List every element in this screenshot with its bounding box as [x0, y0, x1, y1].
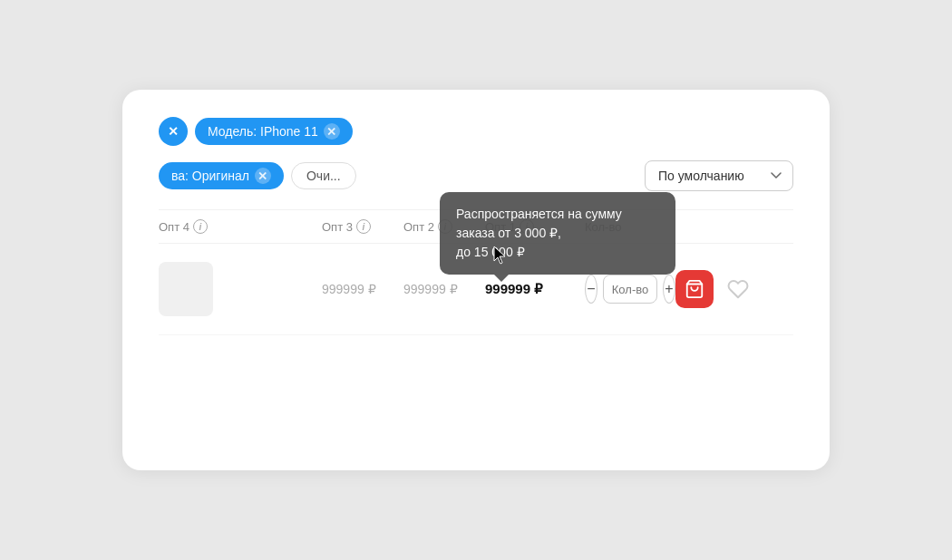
filter-tag-model-close[interactable]: ✕ [324, 123, 340, 140]
qty-plus-button[interactable]: + [663, 275, 675, 304]
quantity-controls: − + [585, 275, 675, 304]
col-opt4-label: Опт 4 [159, 220, 189, 234]
product-row: 999999 ₽ 999999 ₽ 999999 ₽ − + [159, 244, 793, 335]
price-opt3: 999999 ₽ [403, 282, 485, 296]
close-button-1[interactable]: ✕ [159, 117, 188, 146]
wishlist-button[interactable] [719, 270, 757, 308]
opt4-info-icon[interactable]: i [193, 219, 208, 234]
main-card: ✕ Модель: IPhone 11 ✕ ва: Оригинал ✕ Очи… [122, 90, 830, 470]
col-qty-label: Кол-во [585, 220, 621, 234]
col-opt3-label: Опт 3 [322, 220, 353, 234]
opt3-info-icon[interactable]: i [356, 219, 371, 234]
col-header-opt3: Опт 3 i [322, 219, 403, 234]
opt2-info-icon[interactable]: i [438, 219, 452, 234]
card-content: ✕ Модель: IPhone 11 ✕ ва: Оригинал ✕ Очи… [122, 90, 830, 362]
col-opt1-label: Опт 1 [485, 220, 516, 234]
col-header-opt4: Опт 4 i [159, 219, 322, 234]
filter-tag-original[interactable]: ва: Оригинал ✕ [159, 162, 284, 189]
col-opt2-label: Опт 2 [403, 220, 434, 234]
qty-input[interactable] [603, 275, 657, 304]
product-thumbnail [159, 262, 213, 316]
qty-minus-button[interactable]: − [585, 275, 597, 304]
col-header-opt1: Опт 1 i [485, 219, 585, 234]
price-opt4: 999999 ₽ [322, 282, 403, 296]
price-opt1-bold: 999999 ₽ [485, 281, 585, 297]
filter-row-2: ва: Оригинал ✕ Очи... По умолчаниюПо цен… [159, 160, 793, 191]
filter-tag-original-close[interactable]: ✕ [255, 168, 271, 184]
action-buttons [675, 270, 793, 308]
filter-tag-model-label: Модель: IPhone 11 [208, 124, 318, 139]
filter-tag-original-label: ва: Оригинал [171, 169, 249, 183]
col-header-qty: Кол-во [585, 220, 675, 234]
add-to-cart-button[interactable] [675, 270, 714, 308]
heart-icon [727, 278, 749, 300]
clear-filters-button[interactable]: Очи... [291, 162, 356, 189]
filter-tag-model[interactable]: Модель: IPhone 11 ✕ [195, 118, 353, 145]
table-header: Опт 4 i Опт 3 i Опт 2 i Опт 1 i Кол-во Р… [159, 209, 793, 244]
col-header-opt2: Опт 2 i [403, 219, 485, 234]
filter-row-1: ✕ Модель: IPhone 11 ✕ [159, 117, 793, 146]
opt1-info-icon[interactable]: i [520, 219, 534, 234]
sort-dropdown[interactable]: По умолчаниюПо ценеПо популярностиПо нов… [645, 160, 793, 191]
cart-icon [685, 279, 704, 299]
